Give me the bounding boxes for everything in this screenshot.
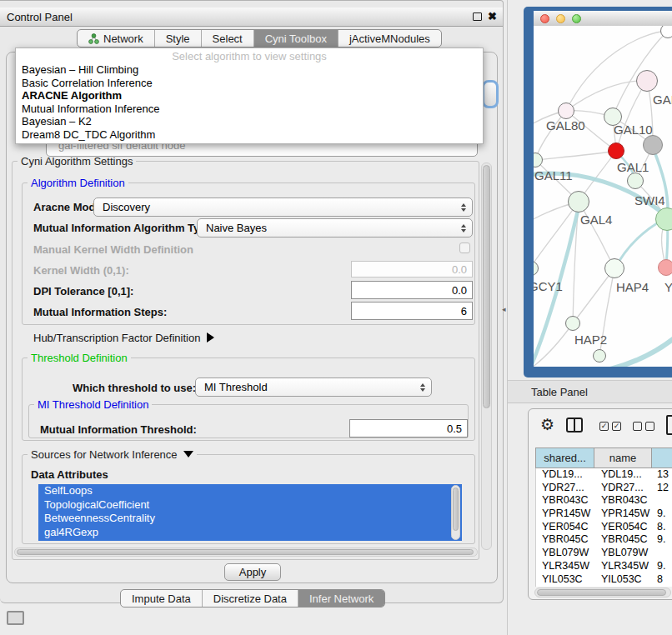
mi-threshold-label: Mutual Information Threshold: bbox=[40, 423, 197, 436]
table-cell: YIL053C bbox=[536, 573, 595, 587]
tab-network[interactable]: Network bbox=[78, 30, 154, 47]
tab-style[interactable]: Style bbox=[154, 30, 201, 47]
settings-horizontal-scrollbar-thumb[interactable] bbox=[17, 549, 474, 555]
network-node[interactable] bbox=[608, 142, 624, 159]
algorithm-option[interactable]: ARACNE Algorithm bbox=[16, 89, 483, 102]
combo-arrows-icon bbox=[461, 224, 466, 232]
mi-steps-label: Mutual Information Steps: bbox=[33, 306, 167, 318]
columns-icon[interactable] bbox=[566, 418, 583, 432]
network-node[interactable] bbox=[643, 135, 663, 155]
data-attribute-item[interactable]: SelfLoops bbox=[38, 484, 462, 498]
uncheck-all-icon-2[interactable] bbox=[645, 422, 654, 431]
table-horizontal-scrollbar[interactable] bbox=[534, 588, 671, 598]
algorithm-option[interactable]: Bayesian – K2 bbox=[16, 115, 483, 128]
table-cell: YIL053C bbox=[595, 573, 653, 587]
control-panel-tabs: Network Style Select Cyni Toolbox jActiv… bbox=[77, 29, 442, 48]
check-all-icon[interactable]: ✓ bbox=[599, 422, 609, 431]
network-node[interactable] bbox=[568, 191, 589, 212]
network-node[interactable] bbox=[604, 258, 624, 278]
table-row[interactable]: YER054CYER054C8. bbox=[536, 521, 672, 534]
attributes-scrollbar-thumb[interactable] bbox=[453, 488, 459, 531]
table-row[interactable]: YDL19...YDL19...13 bbox=[536, 468, 672, 482]
table-row[interactable]: YIL053CYIL053C8 bbox=[536, 573, 672, 587]
collapse-arrow-icon[interactable] bbox=[183, 451, 193, 458]
minimized-panel-icon[interactable] bbox=[7, 611, 24, 625]
network-node[interactable] bbox=[655, 208, 672, 231]
settings-vertical-scrollbar[interactable] bbox=[481, 162, 492, 550]
settings-vertical-scrollbar-thumb[interactable] bbox=[483, 165, 490, 408]
gear-icon[interactable]: ⚙ bbox=[540, 415, 554, 434]
aracne-mode-combo[interactable]: Discovery bbox=[93, 198, 473, 217]
tab-cyni-toolbox[interactable]: Cyni Toolbox bbox=[253, 30, 338, 47]
algorithm-option[interactable]: Mutual Information Inference bbox=[16, 102, 483, 116]
network-node[interactable] bbox=[593, 349, 606, 362]
which-threshold-combo[interactable]: MI Threshold bbox=[195, 378, 432, 397]
focused-combo-arrow[interactable] bbox=[482, 80, 499, 108]
network-canvas[interactable]: GALGAL80GAL10GAL1GAL11SWI4GAL4GCY1HAP4YH… bbox=[534, 26, 672, 367]
tab-select[interactable]: Select bbox=[201, 30, 253, 47]
algorithm-dropdown-placeholder: Select algorithm to view settings bbox=[16, 50, 483, 63]
network-node[interactable] bbox=[534, 261, 539, 276]
close-panel-icon[interactable]: ✖ bbox=[488, 11, 497, 22]
tab-infer-network[interactable]: Infer Network bbox=[298, 590, 384, 607]
sources-title[interactable]: Sources for Network Inference bbox=[28, 448, 197, 461]
data-attribute-item[interactable]: gal4RGexp bbox=[38, 526, 462, 540]
algorithm-option[interactable]: Bayesian – Hill Climbing bbox=[16, 63, 483, 77]
network-node[interactable] bbox=[558, 102, 574, 119]
column-header-shared-name[interactable]: shared... bbox=[535, 448, 594, 468]
column-header-partial[interactable] bbox=[652, 448, 672, 468]
zoom-window-icon[interactable] bbox=[572, 14, 581, 23]
hub-definition-section[interactable]: Hub/Transcription Factor Definition bbox=[33, 332, 214, 344]
settings-horizontal-scrollbar[interactable] bbox=[14, 548, 478, 557]
table-row[interactable]: YBR045CYBR045C9. bbox=[536, 533, 672, 547]
network-node[interactable] bbox=[636, 70, 658, 92]
close-window-icon[interactable] bbox=[540, 14, 549, 23]
algorithm-option[interactable]: Basic Correlation Inference bbox=[16, 77, 483, 90]
mi-steps-field[interactable]: 6 bbox=[351, 302, 473, 320]
network-node-label: GAL11 bbox=[534, 168, 573, 182]
network-node[interactable] bbox=[658, 259, 672, 276]
mi-threshold-field[interactable]: 0.5 bbox=[349, 419, 468, 438]
splitter-handle[interactable]: ◂ bbox=[502, 305, 506, 313]
network-node-label: GAL1 bbox=[617, 160, 649, 174]
column-header-name[interactable]: name bbox=[594, 448, 652, 468]
tab-discretize-data[interactable]: Discretize Data bbox=[202, 590, 298, 607]
table-row[interactable]: YDR27...YDR27...12 bbox=[536, 482, 672, 495]
data-attribute-item[interactable]: TopologicalCoefficient bbox=[38, 498, 462, 512]
mi-algorithm-type-combo[interactable]: Naive Bayes bbox=[197, 218, 473, 238]
network-window-titlebar[interactable] bbox=[534, 11, 672, 27]
float-window-icon[interactable] bbox=[473, 12, 482, 21]
hub-definition-label: Hub/Transcription Factor Definition bbox=[33, 332, 200, 344]
expand-arrow-icon[interactable] bbox=[207, 332, 214, 342]
tab-jactivemnodules[interactable]: jActiveMNodules bbox=[338, 30, 441, 47]
table-horizontal-scrollbar-thumb[interactable] bbox=[537, 589, 666, 596]
data-attributes-list[interactable]: SelfLoopsTopologicalCoefficientBetweenne… bbox=[38, 484, 462, 541]
kernel-width-field[interactable]: 0.0 bbox=[351, 261, 473, 278]
algorithm-option[interactable]: Dream8 DC_TDC Algorithm bbox=[16, 128, 483, 142]
apply-button[interactable]: Apply bbox=[224, 563, 281, 581]
attributes-scrollbar[interactable] bbox=[451, 485, 460, 540]
table-row[interactable]: YBL079WYBL079W bbox=[536, 547, 672, 560]
network-node[interactable] bbox=[534, 152, 543, 168]
uncheck-all-icon[interactable] bbox=[633, 422, 642, 431]
table-row[interactable]: YPR145WYPR145W9. bbox=[536, 508, 672, 521]
network-node[interactable] bbox=[660, 26, 672, 38]
network-node[interactable] bbox=[565, 316, 580, 331]
network-node[interactable] bbox=[627, 172, 644, 189]
minimize-window-icon[interactable] bbox=[556, 14, 565, 23]
control-panel-titlebar[interactable]: Control Panel ✖ bbox=[0, 8, 503, 27]
new-table-icon[interactable] bbox=[666, 415, 672, 435]
which-threshold-value: MI Threshold bbox=[204, 381, 268, 393]
dpi-tolerance-value: 0.0 bbox=[452, 284, 467, 297]
table-cell: 9. bbox=[653, 508, 672, 521]
tab-impute-data[interactable]: Impute Data bbox=[121, 590, 202, 607]
table-row[interactable]: YBR043CYBR043C bbox=[536, 494, 672, 508]
table-row[interactable]: YLR345WYLR345W9. bbox=[536, 560, 672, 573]
manual-kernel-width-checkbox[interactable] bbox=[459, 242, 470, 253]
combo-arrows-icon bbox=[461, 203, 466, 212]
table-cell: 9. bbox=[653, 560, 672, 573]
table-body[interactable]: YDL19...YDL19...13YDR27...YDR27...12YBR0… bbox=[535, 468, 672, 587]
check-all-icon-2[interactable]: ✓ bbox=[612, 422, 621, 431]
dpi-tolerance-field[interactable]: 0.0 bbox=[351, 281, 473, 299]
data-attribute-item[interactable]: BetweennessCentrality bbox=[38, 512, 462, 526]
